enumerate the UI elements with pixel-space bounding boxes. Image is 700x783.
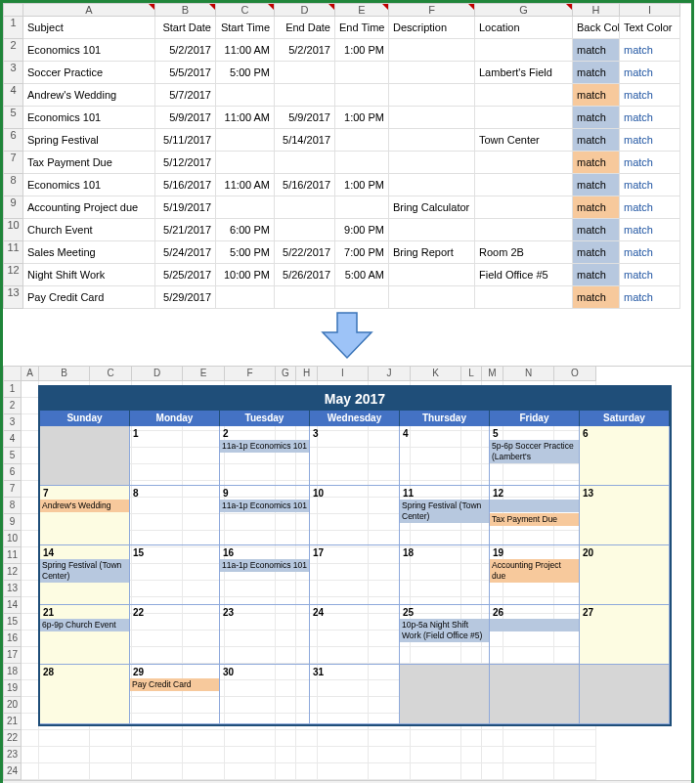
- text-color-cell[interactable]: match: [620, 39, 680, 62]
- text-color-cell[interactable]: match: [620, 241, 680, 264]
- calendar-day-cell[interactable]: 55p-6p Soccer Practice (Lambert's: [490, 426, 580, 486]
- text-color-cell[interactable]: match: [620, 196, 680, 219]
- data-cell[interactable]: 9:00 PM: [335, 219, 389, 241]
- data-cell[interactable]: 5/9/2017: [155, 107, 216, 129]
- row-header[interactable]: 8: [4, 174, 23, 196]
- calendar-day-cell[interactable]: 14Spring Festival (Town Center): [40, 545, 130, 605]
- back-color-cell[interactable]: match: [573, 107, 620, 129]
- calendar-day-cell[interactable]: 23: [220, 605, 310, 665]
- col-header[interactable]: F: [389, 4, 475, 17]
- sheet-cell[interactable]: [22, 680, 39, 697]
- row-header[interactable]: 9: [4, 196, 23, 219]
- sheet-cell[interactable]: [276, 747, 296, 763]
- data-cell[interactable]: Bring Report: [389, 241, 475, 264]
- sheet-cell[interactable]: [22, 614, 39, 631]
- calendar-day-cell[interactable]: 4: [400, 426, 490, 486]
- sheet-cell[interactable]: [90, 763, 132, 780]
- data-cell[interactable]: [389, 286, 475, 309]
- data-cell[interactable]: [275, 286, 335, 309]
- sheet-cell[interactable]: [22, 747, 39, 763]
- row-header[interactable]: 17: [4, 647, 22, 664]
- calendar-day-cell[interactable]: 17: [310, 545, 400, 605]
- sheet-cell[interactable]: [318, 763, 369, 780]
- sheet-cell[interactable]: [22, 697, 39, 714]
- calendar-event[interactable]: 5p-6p Soccer Practice (Lambert's: [490, 440, 579, 463]
- sheet-cell[interactable]: [296, 747, 318, 763]
- sheet-cell[interactable]: [276, 730, 296, 747]
- calendar-event[interactable]: 11a-1p Economics 101: [220, 559, 309, 572]
- row-header[interactable]: 14: [4, 597, 22, 614]
- column-title[interactable]: Start Time: [216, 17, 275, 39]
- back-color-cell[interactable]: match: [573, 196, 620, 219]
- calendar-day-cell[interactable]: 24: [310, 605, 400, 665]
- calendar-day-cell[interactable]: 26: [490, 605, 580, 665]
- col-header[interactable]: C: [90, 367, 132, 381]
- calendar-day-cell[interactable]: 1: [130, 426, 220, 486]
- data-cell[interactable]: 5:00 AM: [335, 264, 389, 286]
- data-cell[interactable]: [389, 129, 475, 152]
- calendar-day-cell[interactable]: 18: [400, 545, 490, 605]
- data-cell[interactable]: [275, 62, 335, 84]
- col-header[interactable]: A: [23, 4, 155, 17]
- sheet-cell[interactable]: [22, 581, 39, 597]
- data-cell[interactable]: 5:00 PM: [216, 62, 275, 84]
- data-cell[interactable]: [275, 84, 335, 107]
- calendar-day-cell[interactable]: 22: [130, 605, 220, 665]
- sheet-cell[interactable]: [183, 747, 225, 763]
- row-header[interactable]: 11: [4, 547, 22, 564]
- row-header[interactable]: 8: [4, 498, 22, 514]
- data-cell[interactable]: 5/16/2017: [275, 174, 335, 196]
- data-cell[interactable]: [389, 107, 475, 129]
- row-header[interactable]: 23: [4, 747, 22, 763]
- calendar-event[interactable]: Pay Credit Card: [130, 678, 219, 691]
- col-header[interactable]: H: [296, 367, 318, 381]
- row-header[interactable]: 12: [4, 564, 22, 581]
- sheet-cell[interactable]: [22, 481, 39, 498]
- calendar-day-cell[interactable]: 15: [130, 545, 220, 605]
- sheet-cell[interactable]: [225, 730, 276, 747]
- col-header[interactable]: F: [225, 367, 276, 381]
- back-color-cell[interactable]: match: [573, 39, 620, 62]
- calendar-day-cell[interactable]: 911a-1p Economics 101: [220, 486, 310, 545]
- data-cell[interactable]: 11:00 AM: [216, 107, 275, 129]
- row-header[interactable]: 20: [4, 697, 22, 714]
- data-cell[interactable]: 5/19/2017: [155, 196, 216, 219]
- text-color-cell[interactable]: match: [620, 107, 680, 129]
- sheet-cell[interactable]: [369, 763, 411, 780]
- sheet-cell[interactable]: [22, 531, 39, 547]
- data-cell[interactable]: [389, 264, 475, 286]
- sheet-cell[interactable]: [22, 431, 39, 448]
- data-cell[interactable]: [389, 174, 475, 196]
- text-color-cell[interactable]: match: [620, 152, 680, 174]
- calendar-event[interactable]: 11a-1p Economics 101: [220, 440, 309, 453]
- sheet-cell[interactable]: [503, 730, 554, 747]
- calendar-day-cell[interactable]: 1611a-1p Economics 101: [220, 545, 310, 605]
- sheet-cell[interactable]: [318, 730, 369, 747]
- sheet-cell[interactable]: [554, 763, 596, 780]
- column-title[interactable]: End Time: [335, 17, 389, 39]
- text-color-cell[interactable]: match: [620, 84, 680, 107]
- sheet-cell[interactable]: [461, 763, 482, 780]
- data-cell[interactable]: Night Shift Work: [23, 264, 155, 286]
- sheet-cell[interactable]: [225, 747, 276, 763]
- sheet-cell[interactable]: [482, 763, 503, 780]
- sheet-cell[interactable]: [22, 631, 39, 647]
- calendar-day-cell[interactable]: 13: [580, 486, 670, 545]
- data-cell[interactable]: [275, 219, 335, 241]
- calendar-day-cell[interactable]: 20: [580, 545, 670, 605]
- row-header[interactable]: 11: [4, 241, 23, 264]
- sheet-cell[interactable]: [369, 730, 411, 747]
- data-cell[interactable]: [475, 152, 573, 174]
- row-header[interactable]: 24: [4, 763, 22, 780]
- sheet-cell[interactable]: [39, 747, 90, 763]
- column-title[interactable]: Text Color: [620, 17, 680, 39]
- calendar-day-cell[interactable]: 6: [580, 426, 670, 486]
- data-cell[interactable]: 5/2/2017: [275, 39, 335, 62]
- data-cell[interactable]: 5/12/2017: [155, 152, 216, 174]
- data-cell[interactable]: Lambert's Field: [475, 62, 573, 84]
- text-color-cell[interactable]: match: [620, 219, 680, 241]
- data-cell[interactable]: 1:00 PM: [335, 107, 389, 129]
- calendar-day-cell[interactable]: 8: [130, 486, 220, 545]
- col-header[interactable]: D: [275, 4, 335, 17]
- calendar-day-cell[interactable]: [490, 665, 580, 724]
